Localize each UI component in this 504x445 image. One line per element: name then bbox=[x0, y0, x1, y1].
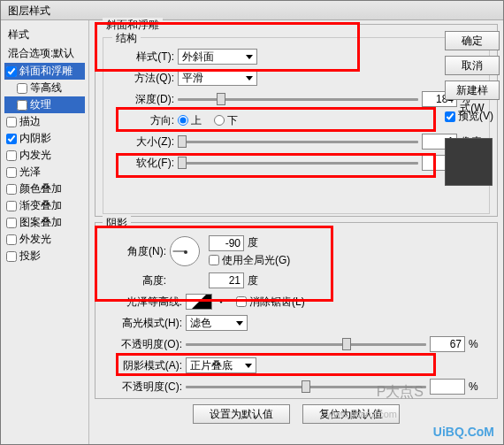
shadow-opacity-input[interactable] bbox=[430, 379, 465, 395]
gradient-overlay-checkbox[interactable] bbox=[6, 201, 17, 211]
watermark-text: www.psanz.com bbox=[327, 409, 397, 419]
right-column: 确定 取消 新建样式(W 预览(V) bbox=[441, 26, 503, 191]
shading-legend: 阴影 bbox=[103, 216, 131, 231]
sidebar-item-label: 内阴影 bbox=[19, 131, 51, 146]
size-slider[interactable] bbox=[178, 134, 418, 149]
layer-style-dialog: 图层样式 样式 混合选项:默认 斜面和浮雕 等高线 纹理 描边 内阴影 内发光 … bbox=[0, 0, 504, 445]
sidebar-item-texture[interactable]: 纹理 bbox=[4, 96, 85, 113]
soften-label: 软化(F): bbox=[111, 156, 174, 171]
contour-checkbox[interactable] bbox=[17, 83, 27, 94]
blend-options[interactable]: 混合选项:默认 bbox=[4, 44, 85, 63]
chevron-down-icon bbox=[246, 76, 253, 81]
sidebar-item-label: 外发光 bbox=[19, 232, 51, 247]
angle-input[interactable] bbox=[209, 235, 244, 251]
chevron-down-icon[interactable] bbox=[218, 300, 224, 303]
sidebar-item-label: 投影 bbox=[19, 249, 41, 264]
select-value: 平滑 bbox=[182, 71, 203, 86]
chevron-down-icon bbox=[245, 364, 252, 368]
highlight-mode-label: 高光模式(H): bbox=[103, 316, 182, 331]
sidebar-item-gradient-overlay[interactable]: 渐变叠加 bbox=[4, 197, 85, 214]
watermark-text: UiBQ.CoM bbox=[433, 425, 494, 439]
sidebar-item-bevel[interactable]: 斜面和浮雕 bbox=[4, 63, 85, 80]
highlight-opacity-label: 不透明度(O): bbox=[103, 337, 182, 352]
chevron-down-icon bbox=[246, 55, 253, 59]
chevron-down-icon bbox=[236, 321, 243, 326]
global-light-check[interactable]: 使用全局光(G) bbox=[209, 253, 290, 268]
preview-swatch bbox=[445, 138, 493, 186]
satin-checkbox[interactable] bbox=[6, 167, 17, 178]
pattern-overlay-checkbox[interactable] bbox=[6, 218, 17, 228]
sidebar-item-inner-shadow[interactable]: 内阴影 bbox=[4, 130, 85, 147]
highlight-mode-select[interactable]: 滤色 bbox=[186, 315, 248, 331]
sidebar: 样式 混合选项:默认 斜面和浮雕 等高线 纹理 描边 内阴影 内发光 光泽 颜色… bbox=[1, 20, 89, 444]
direction-label: 方向: bbox=[111, 113, 174, 128]
sidebar-item-label: 描边 bbox=[19, 114, 41, 129]
gloss-contour-swatch[interactable] bbox=[186, 294, 212, 310]
altitude-label: 高度: bbox=[103, 273, 166, 288]
sidebar-item-label: 图案叠加 bbox=[19, 215, 62, 230]
bevel-checkbox[interactable] bbox=[6, 66, 17, 77]
sidebar-item-label: 渐变叠加 bbox=[19, 198, 62, 213]
stroke-checkbox[interactable] bbox=[6, 117, 17, 127]
sidebar-header: 样式 bbox=[4, 26, 85, 44]
direction-down[interactable]: 下 bbox=[214, 113, 238, 128]
shadow-mode-label: 阴影模式(A): bbox=[103, 358, 182, 373]
sidebar-item-label: 纹理 bbox=[30, 97, 51, 112]
angle-dial[interactable] bbox=[170, 236, 200, 266]
sidebar-item-label: 斜面和浮雕 bbox=[19, 64, 73, 79]
sidebar-item-stroke[interactable]: 描边 bbox=[4, 113, 85, 130]
color-overlay-checkbox[interactable] bbox=[6, 184, 17, 195]
structure-legend: 结构 bbox=[112, 31, 141, 46]
size-label: 大小(Z): bbox=[111, 134, 174, 150]
sidebar-item-label: 颜色叠加 bbox=[19, 181, 62, 196]
angle-unit: 度 bbox=[248, 235, 269, 250]
technique-label: 方法(Q): bbox=[111, 71, 174, 86]
style-select[interactable]: 外斜面 bbox=[178, 49, 257, 65]
sidebar-item-label: 光泽 bbox=[19, 165, 41, 180]
style-label: 样式(T): bbox=[111, 50, 174, 65]
direction-up[interactable]: 上 bbox=[178, 113, 202, 128]
inner-shadow-checkbox[interactable] bbox=[6, 134, 17, 144]
sidebar-item-drop-shadow[interactable]: 投影 bbox=[4, 248, 85, 265]
watermark-text: P大点S bbox=[377, 383, 424, 402]
sidebar-item-contour[interactable]: 等高线 bbox=[4, 80, 85, 96]
titlebar: 图层样式 bbox=[1, 1, 503, 20]
anti-alias-check[interactable]: 消除锯齿(L) bbox=[236, 295, 305, 310]
soften-slider[interactable] bbox=[178, 156, 418, 170]
make-default-button[interactable]: 设置为默认值 bbox=[193, 404, 290, 424]
altitude-unit: 度 bbox=[248, 273, 269, 288]
sidebar-item-satin[interactable]: 光泽 bbox=[4, 164, 85, 180]
sidebar-item-outer-glow[interactable]: 外发光 bbox=[4, 231, 85, 248]
ok-button[interactable]: 确定 bbox=[445, 31, 500, 50]
highlight-opacity-slider[interactable] bbox=[186, 337, 426, 351]
outer-glow-checkbox[interactable] bbox=[6, 234, 17, 245]
altitude-input[interactable] bbox=[209, 272, 244, 288]
drop-shadow-checkbox[interactable] bbox=[6, 251, 17, 262]
sidebar-item-inner-glow[interactable]: 内发光 bbox=[4, 147, 85, 164]
sidebar-item-label: 等高线 bbox=[30, 81, 62, 96]
window-title: 图层样式 bbox=[8, 4, 50, 17]
preview-check[interactable]: 预览(V) bbox=[445, 109, 500, 124]
select-value: 正片叠底 bbox=[190, 358, 233, 373]
depth-label: 深度(D): bbox=[111, 92, 174, 107]
sidebar-item-label: 内发光 bbox=[19, 148, 51, 163]
sidebar-item-color-overlay[interactable]: 颜色叠加 bbox=[4, 180, 85, 197]
structure-subgroup: 结构 样式(T): 外斜面 方法(Q): 平滑 深度(D): % bbox=[103, 37, 490, 214]
depth-slider[interactable] bbox=[178, 92, 418, 106]
bevel-emboss-group: 斜面和浮雕 结构 样式(T): 外斜面 方法(Q): 平滑 深度(D): % bbox=[95, 24, 498, 217]
shadow-mode-select[interactable]: 正片叠底 bbox=[186, 357, 256, 373]
sidebar-item-pattern-overlay[interactable]: 图案叠加 bbox=[4, 214, 85, 231]
inner-glow-checkbox[interactable] bbox=[6, 150, 17, 161]
new-style-button[interactable]: 新建样式(W bbox=[445, 81, 500, 100]
highlight-opacity-input[interactable] bbox=[430, 336, 465, 352]
cancel-button[interactable]: 取消 bbox=[445, 56, 500, 75]
shading-group: 阴影 角度(N): 度 使用全局光(G) 高度: 度 光泽等高线: bbox=[95, 222, 498, 399]
select-value: 滤色 bbox=[190, 316, 211, 331]
shadow-opacity-label: 不透明度(C): bbox=[103, 380, 182, 395]
gloss-contour-label: 光泽等高线: bbox=[103, 295, 182, 310]
technique-select[interactable]: 平滑 bbox=[178, 70, 257, 86]
texture-checkbox[interactable] bbox=[17, 100, 27, 111]
angle-label: 角度(N): bbox=[103, 244, 166, 259]
select-value: 外斜面 bbox=[182, 50, 214, 65]
